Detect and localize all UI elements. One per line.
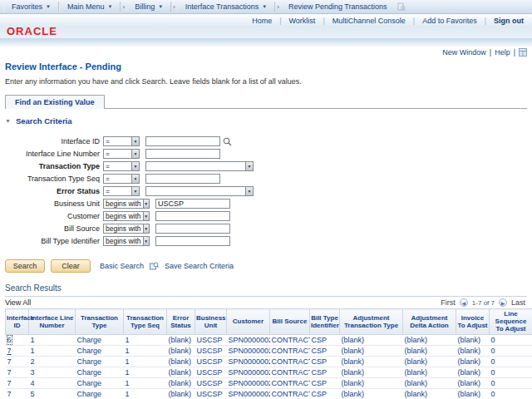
cell-link[interactable]: USCSP — [197, 390, 223, 398]
bill-source-operator-select[interactable]: begins with▼ — [103, 224, 150, 234]
interface-line-number-input[interactable] — [145, 149, 220, 159]
cell-link[interactable]: SPN0000002 — [229, 347, 270, 355]
cell-link[interactable]: 1 — [31, 336, 35, 344]
cell-link[interactable]: CONTRACTS — [272, 347, 310, 355]
nav-link-multichannel-console[interactable]: MultiChannel Console — [325, 17, 413, 25]
transaction-type-select[interactable]: ▼ — [145, 161, 254, 171]
cell-link[interactable]: (blank) — [405, 379, 428, 387]
help-link[interactable]: Help — [495, 48, 510, 57]
nav-link-add-to-favorites[interactable]: Add to Favorites — [415, 17, 485, 25]
cell-link[interactable]: (blank) — [342, 368, 365, 377]
customer-operator-select[interactable]: begins with▼ — [103, 211, 150, 221]
cell-link[interactable]: 1 — [126, 368, 130, 377]
breadcrumb-item-review-pending-transactions[interactable]: Review Pending Transactions — [281, 2, 395, 12]
cell-link[interactable]: 0 — [491, 347, 495, 355]
cell-link[interactable]: (blank) — [342, 357, 365, 366]
sign-out-link[interactable]: Sign out — [486, 17, 525, 25]
search-button[interactable]: Search — [5, 259, 45, 273]
cell-link[interactable]: 0 — [491, 368, 495, 377]
cell-link[interactable]: USCSP — [197, 347, 223, 355]
cell-link[interactable]: CONTRACTS — [272, 390, 310, 398]
transaction-type-operator-select[interactable]: =▼ — [103, 161, 140, 171]
cell-link[interactable]: Charge — [77, 390, 102, 398]
cell-link[interactable]: (blank) — [169, 368, 192, 377]
cell-link[interactable]: 7 — [7, 357, 12, 366]
cell-link[interactable]: CSP — [312, 390, 328, 398]
cell-link[interactable]: 7 — [7, 379, 12, 387]
cell-link[interactable]: 1 — [126, 390, 130, 398]
cell-link[interactable]: USCSP — [197, 357, 223, 366]
transaction-type-seq-operator-select[interactable]: =▼ — [103, 174, 140, 184]
interface-id-operator-select[interactable]: =▼ — [103, 136, 140, 146]
cell-link[interactable]: (blank) — [405, 347, 428, 355]
error-status-operator-select[interactable]: =▼ — [103, 186, 140, 196]
cell-link[interactable]: 0 — [491, 357, 495, 366]
cell-link[interactable]: (blank) — [342, 379, 365, 387]
cell-link[interactable]: USCSP — [197, 368, 223, 377]
cell-link[interactable]: (blank) — [405, 336, 428, 344]
cell-link[interactable]: 1 — [126, 357, 130, 366]
cell-link[interactable]: (blank) — [169, 336, 192, 344]
cell-link[interactable]: SPN0000002 — [229, 336, 270, 344]
cell-link[interactable]: (blank) — [458, 390, 481, 398]
cell-link[interactable]: (blank) — [169, 357, 192, 366]
cell-link[interactable]: CONTRACTS — [272, 357, 310, 366]
cell-link[interactable]: USCSP — [197, 336, 223, 344]
tab-find-existing-value[interactable]: Find an Existing Value — [5, 95, 105, 109]
view-all-link[interactable]: View All — [5, 298, 31, 307]
cell-link[interactable]: SPN0000002 — [229, 390, 270, 398]
cell-link[interactable]: 1 — [126, 347, 130, 355]
search-criteria-toggle[interactable]: ▼ Search Criteria — [5, 116, 527, 126]
pagination-first-label[interactable]: First — [441, 298, 456, 307]
cell-link[interactable]: Charge — [77, 368, 102, 377]
cell-link[interactable]: (blank) — [458, 368, 481, 377]
cell-link[interactable]: 7 — [7, 368, 12, 377]
clear-button[interactable]: Clear — [51, 259, 91, 273]
transaction-type-seq-input[interactable] — [145, 174, 220, 184]
cell-link[interactable]: (blank) — [405, 357, 428, 366]
new-window-link[interactable]: New Window — [442, 48, 486, 57]
cell-link[interactable]: (blank) — [405, 390, 428, 398]
cell-link[interactable]: CSP — [312, 357, 328, 366]
cell-link[interactable]: 7 — [7, 347, 12, 355]
cell-link[interactable]: (blank) — [458, 357, 481, 366]
cell-link[interactable]: Charge — [77, 347, 102, 355]
breadcrumb-item-interface-transactions[interactable]: Interface Transactions▼ — [177, 2, 276, 12]
cell-link[interactable]: 3 — [31, 368, 35, 377]
personalize-page-icon[interactable] — [519, 48, 527, 57]
error-status-select[interactable]: ▼ — [145, 186, 254, 196]
interface-line-number-operator-select[interactable]: =▼ — [103, 149, 140, 159]
bill-type-identifier-operator-select[interactable]: begins with▼ — [103, 236, 150, 246]
cell-link[interactable]: (blank) — [342, 336, 365, 344]
save-search-criteria-link[interactable]: Save Search Criteria — [165, 262, 234, 270]
cell-link[interactable]: (blank) — [342, 390, 365, 398]
cell-link[interactable]: 2 — [31, 357, 35, 366]
cell-link[interactable]: 4 — [31, 379, 35, 387]
cell-link[interactable]: (blank) — [405, 368, 428, 377]
cell-link[interactable]: 5 — [31, 390, 35, 398]
cell-link[interactable]: Charge — [77, 357, 102, 366]
cell-link[interactable]: CSP — [312, 347, 328, 355]
cell-link[interactable]: SPN0000002 — [229, 357, 270, 366]
cell-link[interactable]: CONTRACTS — [272, 379, 310, 387]
interface-id-lookup-icon[interactable] — [223, 137, 232, 146]
cell-link[interactable]: 0 — [491, 379, 495, 387]
pagination-last-label[interactable]: Last — [511, 298, 525, 307]
cell-link[interactable]: CSP — [312, 368, 328, 377]
bill-source-input[interactable] — [155, 224, 230, 234]
business-unit-operator-select[interactable]: begins with▼ — [103, 199, 150, 209]
cell-link[interactable]: (blank) — [458, 336, 481, 344]
save-search-icon[interactable] — [150, 262, 159, 271]
customer-input[interactable] — [155, 211, 230, 221]
cell-link[interactable]: 0 — [491, 336, 495, 344]
cell-link[interactable]: SPN0000002 — [229, 379, 270, 387]
cell-link[interactable]: Charge — [77, 336, 102, 344]
breadcrumb-item-main-menu[interactable]: Main Menu▼ — [59, 2, 121, 12]
basic-search-link[interactable]: Basic Search — [100, 262, 144, 270]
cell-link[interactable]: CSP — [312, 379, 328, 387]
cell-link[interactable]: CSP — [312, 336, 328, 344]
breadcrumb-search-icon[interactable] — [397, 2, 406, 11]
cell-link[interactable]: 1 — [31, 347, 35, 355]
cell-link[interactable]: Charge — [77, 379, 102, 387]
cell-link[interactable]: (blank) — [458, 347, 481, 355]
